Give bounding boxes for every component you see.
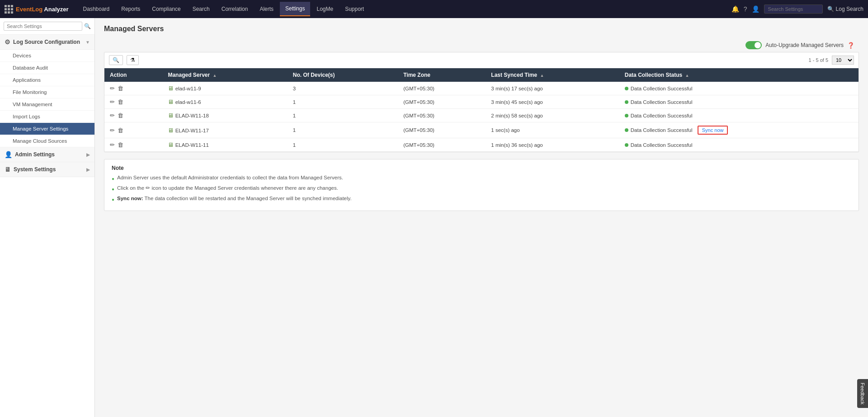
status-cell: Data Collection Successful	[619, 109, 859, 122]
note-item-3: ● Sync now: The data collection will be …	[112, 195, 851, 203]
status-cell: Data Collection Successful Sync now	[619, 122, 859, 138]
search-input[interactable]	[764, 5, 823, 14]
sidebar-item-database-audit[interactable]: Database Audit	[0, 62, 94, 74]
status-dot	[625, 143, 628, 147]
action-cell: ✏ 🗑	[104, 82, 162, 95]
sidebar-item-applications[interactable]: Applications	[0, 74, 94, 86]
status-dot	[625, 114, 628, 117]
sidebar-item-file-monitoring[interactable]: File Monitoring	[0, 86, 94, 98]
last-synced-cell: 1 sec(s) ago	[486, 122, 619, 138]
col-status[interactable]: Data Collection Status ▲	[619, 68, 859, 82]
col-last-synced[interactable]: Last Synced Time ▲	[486, 68, 619, 82]
note-item-2: ● Click on the ✏ icon to update the Mana…	[112, 184, 851, 192]
bullet-icon-3: ●	[112, 196, 114, 203]
table-row: ✏ 🗑 🖥 elad-w11-93(GMT+05:30)3 min(s) 17 …	[104, 82, 859, 95]
sidebar: 🔍 ⚙ Log Source Configuration ▼ Devices D…	[0, 18, 95, 417]
sidebar-item-vm-management[interactable]: VM Management	[0, 98, 94, 111]
admin-settings-label: Admin Settings	[15, 151, 55, 158]
sidebar-item-manage-cloud-sources[interactable]: Manage Cloud Sources	[0, 135, 94, 147]
server-cell: 🖥 ELAD-W11-17	[162, 122, 287, 138]
server-cell: 🖥 ELAD-W11-11	[162, 138, 287, 152]
sidebar-item-manage-server-settings[interactable]: Manage Server Settings	[0, 123, 94, 135]
status-dot	[625, 87, 628, 90]
nav-support[interactable]: Support	[340, 2, 369, 16]
last-synced-cell: 1 min(s) 36 sec(s) ago	[486, 138, 619, 152]
devices-cell: 1	[288, 109, 398, 122]
action-cell: ✏ 🗑	[104, 138, 162, 152]
notifications-icon[interactable]: 🔔	[731, 5, 739, 13]
bullet-icon-2: ●	[112, 186, 114, 192]
col-devices: No. Of Device(s)	[288, 68, 398, 82]
timezone-cell: (GMT+05:30)	[398, 122, 486, 138]
edit-btn[interactable]: ✏	[110, 112, 115, 119]
main-layout: 🔍 ⚙ Log Source Configuration ▼ Devices D…	[0, 18, 868, 417]
user-icon[interactable]: 👤	[752, 5, 760, 13]
devices-cell: 1	[288, 95, 398, 109]
timezone-cell: (GMT+05:30)	[398, 138, 486, 152]
sidebar-section-system-settings[interactable]: 🖥 System Settings ▶	[0, 162, 94, 177]
sync-now-button[interactable]: Sync now	[698, 126, 728, 135]
col-timezone: Time Zone	[398, 68, 486, 82]
feedback-button[interactable]: Feedback	[857, 379, 868, 408]
status-cell: Data Collection Successful	[619, 82, 859, 95]
app-name: EventLog Analyzer	[16, 6, 69, 13]
chevron-right-icon-2: ▶	[86, 167, 90, 172]
nav-alerts[interactable]: Alerts	[254, 2, 279, 16]
nav-search[interactable]: Search	[187, 2, 215, 16]
table-header-row: Action Managed Server ▲ No. Of Device(s)…	[104, 68, 859, 82]
auto-upgrade-area: Auto-Upgrade Managed Servers ❓	[104, 38, 859, 52]
edit-btn[interactable]: ✏	[110, 85, 115, 92]
nav-logme[interactable]: LogMe	[311, 2, 339, 16]
page-size-select[interactable]: 102550100	[832, 56, 854, 65]
note-list: ● Admin Server uses the default Administ…	[112, 174, 851, 203]
server-icon: 🖥	[168, 127, 174, 134]
filter-toolbar-btn[interactable]: ⚗	[127, 55, 139, 65]
nav-settings[interactable]: Settings	[280, 2, 310, 16]
server-cell: 🖥 elad-w11-9	[162, 82, 287, 95]
help-icon[interactable]: ?	[744, 5, 747, 13]
server-cell: 🖥 ELAD-W11-18	[162, 109, 287, 122]
log-search-button[interactable]: 🔍 Log Search	[827, 6, 863, 12]
admin-settings-icon: 👤	[5, 151, 12, 158]
system-settings-icon: 🖥	[5, 166, 11, 173]
bullet-icon-1: ●	[112, 175, 114, 182]
nav-correlation[interactable]: Correlation	[216, 2, 254, 16]
table-row: ✏ 🗑 🖥 ELAD-W11-111(GMT+05:30)1 min(s) 36…	[104, 138, 859, 152]
search-toolbar-btn[interactable]: 🔍	[109, 55, 123, 65]
table-row: ✏ 🗑 🖥 elad-w11-61(GMT+05:30)3 min(s) 45 …	[104, 95, 859, 109]
delete-btn[interactable]: 🗑	[118, 98, 123, 105]
pagination-text: 1 - 5 of 5	[809, 57, 828, 63]
sidebar-section-log-source[interactable]: ⚙ Log Source Configuration ▼	[0, 35, 94, 50]
sort-arrow-server: ▲	[213, 73, 217, 78]
nav-reports[interactable]: Reports	[116, 2, 146, 16]
chevron-right-icon: ▶	[86, 152, 90, 157]
sidebar-item-devices[interactable]: Devices	[0, 50, 94, 62]
server-cell: 🖥 elad-w11-6	[162, 95, 287, 109]
note-item-1: ● Admin Server uses the default Administ…	[112, 174, 851, 182]
sidebar-search-input[interactable]	[4, 22, 82, 31]
sidebar-item-import-logs[interactable]: Import Logs	[0, 111, 94, 123]
last-synced-cell: 3 min(s) 17 sec(s) ago	[486, 82, 619, 95]
system-settings-label: System Settings	[14, 166, 56, 173]
auto-upgrade-help-icon[interactable]: ❓	[847, 42, 854, 49]
nav-dashboard[interactable]: Dashboard	[78, 2, 115, 16]
col-managed-server[interactable]: Managed Server ▲	[162, 68, 287, 82]
action-cell: ✏ 🗑	[104, 95, 162, 109]
note-section: Note ● Admin Server uses the default Adm…	[104, 159, 859, 211]
delete-btn[interactable]: 🗑	[118, 127, 123, 134]
edit-btn[interactable]: ✏	[110, 98, 115, 105]
edit-icon-inline: ✏	[146, 185, 150, 191]
delete-btn[interactable]: 🗑	[118, 112, 123, 119]
auto-upgrade-toggle[interactable]	[745, 41, 762, 49]
nav-compliance[interactable]: Compliance	[146, 2, 186, 16]
edit-btn[interactable]: ✏	[110, 141, 115, 148]
topbar-right: 🔔 ? 👤 🔍 Log Search	[731, 5, 863, 14]
delete-btn[interactable]: 🗑	[118, 85, 123, 92]
status-text: Data Collection Successful	[631, 99, 693, 105]
server-icon: 🖥	[168, 141, 174, 148]
edit-btn[interactable]: ✏	[110, 127, 115, 134]
delete-btn[interactable]: 🗑	[118, 141, 123, 148]
devices-cell: 1	[288, 122, 398, 138]
sort-arrow-synced: ▲	[540, 73, 544, 78]
sidebar-section-admin-settings[interactable]: 👤 Admin Settings ▶	[0, 147, 94, 162]
